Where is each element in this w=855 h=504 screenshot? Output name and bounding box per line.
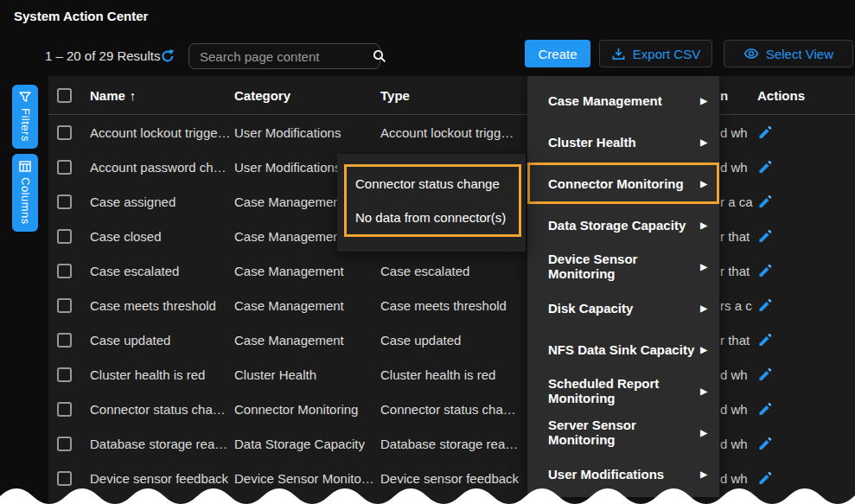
row-description-fragment: d wh (720, 461, 755, 495)
search-icon (372, 48, 387, 64)
edit-pencil-icon[interactable] (757, 332, 773, 348)
row-checkbox[interactable] (57, 195, 72, 209)
edit-pencil-icon[interactable] (757, 263, 773, 278)
filters-tab-label: Filters (19, 108, 32, 142)
edit-pencil-icon[interactable] (757, 436, 773, 451)
edit-pencil-icon[interactable] (757, 470, 773, 486)
edit-pencil-icon[interactable] (757, 228, 773, 244)
filter-icon (19, 92, 31, 103)
create-menu-item[interactable]: Device Sensor Monitoring ▶ (527, 246, 719, 287)
row-category: Device Sensor Monito… (234, 461, 377, 495)
row-checkbox[interactable] (57, 298, 72, 313)
table-row: Cluster health is red Cluster Health Clu… (48, 357, 855, 392)
row-type: Account lockout trigg… (380, 115, 536, 150)
edit-pencil-icon[interactable] (757, 401, 773, 417)
sidebar-tab-columns[interactable]: Columns (12, 154, 38, 232)
sidebar-tab-filters[interactable]: Filters (12, 85, 38, 149)
menu-item-label: Disk Capacity (548, 301, 700, 316)
row-description-fragment: d wh (720, 426, 755, 461)
table-row: Account lockout trigge… User Modificatio… (48, 115, 855, 150)
column-header-type[interactable]: Type (380, 76, 536, 114)
table-row: Database storage rea… Data Storage Capac… (48, 426, 855, 461)
create-menu-item[interactable]: Case Management ▶ (527, 80, 719, 121)
name-header-label: Name (90, 88, 125, 103)
table-header-row: Name ↑ Category Type n Actions (48, 76, 855, 115)
row-type: Case meets threshold (380, 288, 536, 322)
refresh-icon[interactable] (159, 48, 176, 65)
chevron-right-icon: ▶ (700, 428, 707, 437)
row-type: Case escalated (380, 253, 536, 288)
chevron-right-icon: ▶ (700, 179, 707, 188)
create-menu-item[interactable]: User Modifications ▶ (527, 453, 719, 494)
create-menu-item[interactable]: NFS Data Sink Capacity ▶ (527, 329, 719, 370)
export-csv-label: Export CSV (633, 47, 700, 61)
chevron-right-icon: ▶ (700, 220, 707, 230)
create-menu-item[interactable]: Server Sensor Monitoring ▶ (527, 411, 719, 453)
results-table: Name ↑ Category Type n Actions Account l… (48, 76, 855, 504)
submenu-item[interactable]: No data from connector(s) (347, 201, 519, 234)
row-checkbox[interactable] (57, 402, 72, 417)
row-checkbox[interactable] (57, 264, 72, 278)
page-title: System Action Center (14, 9, 148, 23)
row-checkbox[interactable] (57, 471, 72, 486)
chevron-right-icon: ▶ (700, 345, 707, 354)
menu-item-label: Device Sensor Monitoring (548, 252, 700, 281)
table-row: Case meets threshold Case Management Cas… (48, 288, 855, 322)
create-menu-item[interactable]: Data Storage Capacity ▶ (527, 204, 719, 246)
row-name: Account password ch… (90, 150, 233, 184)
table-row: Device sensor feedback Device Sensor Mon… (48, 461, 855, 495)
row-description-fragment: d wh (720, 115, 755, 150)
export-csv-button[interactable]: Export CSV (599, 40, 712, 67)
edit-pencil-icon[interactable] (757, 124, 773, 140)
table-row: Case escalated Case Management Case esca… (48, 253, 855, 288)
row-checkbox[interactable] (57, 333, 72, 348)
edit-pencil-icon[interactable] (757, 297, 773, 313)
select-view-button[interactable]: Select View (724, 40, 853, 67)
download-icon (611, 47, 626, 61)
select-view-label: Select View (766, 47, 833, 61)
column-header-category[interactable]: Category (234, 76, 377, 114)
column-header-name[interactable]: Name ↑ (90, 76, 233, 114)
create-menu-item[interactable]: Connector Monitoring ▶ (527, 163, 719, 204)
menu-item-label: Server Sensor Monitoring (548, 418, 700, 447)
results-count: 1 – 20 of 29 Results (45, 48, 160, 63)
row-checkbox[interactable] (57, 125, 72, 140)
menu-item-label: Connector Monitoring (548, 176, 700, 191)
create-menu-item[interactable]: Scheduled Report Monitoring ▶ (527, 370, 719, 411)
row-name: Case meets threshold (90, 288, 233, 322)
submenu-item-label: No data from connector(s) (355, 210, 506, 225)
submenu-item[interactable]: Connector status change (347, 167, 519, 201)
create-menu-item[interactable]: Cluster Health ▶ (527, 121, 719, 163)
chevron-right-icon: ▶ (700, 303, 707, 313)
row-category: Case Management (234, 253, 377, 288)
edit-pencil-icon[interactable] (757, 159, 773, 175)
create-button[interactable]: Create (525, 40, 590, 67)
row-name: Database storage rea… (90, 426, 233, 461)
row-checkbox[interactable] (57, 229, 72, 244)
create-button-label: Create (538, 47, 577, 61)
row-description-fragment: r that (720, 219, 755, 253)
submenu-item-label: Connector status change (355, 176, 500, 191)
chevron-right-icon: ▶ (700, 262, 707, 271)
edit-pencil-icon[interactable] (757, 367, 773, 382)
row-description-fragment: d wh (720, 392, 755, 426)
menu-item-label: Case Management (548, 93, 700, 108)
create-menu-item[interactable]: Disk Capacity ▶ (527, 287, 719, 329)
menu-item-label: NFS Data Sink Capacity (548, 342, 700, 357)
edit-pencil-icon[interactable] (757, 194, 773, 209)
columns-icon (19, 161, 31, 172)
select-all-checkbox[interactable] (57, 88, 72, 103)
row-checkbox[interactable] (57, 367, 72, 382)
row-description-fragment: d wh (720, 150, 755, 184)
row-checkbox[interactable] (57, 437, 72, 451)
columns-tab-label: Columns (19, 177, 32, 225)
row-type: Case updated (380, 322, 536, 357)
eye-icon (743, 46, 759, 61)
row-name: Case assigned (90, 184, 233, 219)
search-input[interactable] (200, 49, 372, 64)
row-description-fragment: rs a c (720, 288, 755, 322)
row-description-fragment: r that (720, 253, 755, 288)
row-checkbox[interactable] (57, 160, 72, 175)
create-dropdown-menu: Case Management ▶ Cluster Health ▶ Conne… (527, 76, 719, 497)
menu-item-label: Data Storage Capacity (548, 218, 700, 233)
